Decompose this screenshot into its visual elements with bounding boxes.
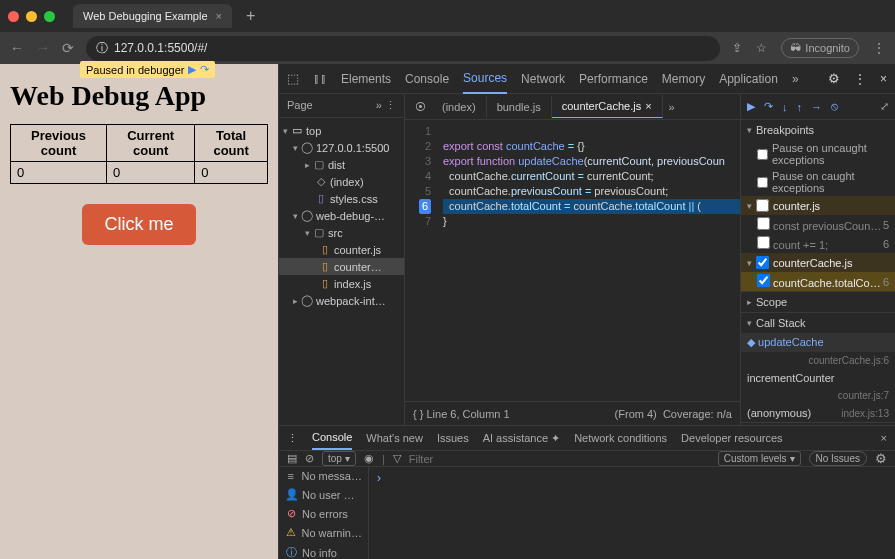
tab-memory[interactable]: Memory <box>662 65 705 93</box>
reload-button[interactable]: ⟳ <box>62 40 74 56</box>
tree-indexjs[interactable]: ▯index.js <box>279 275 404 292</box>
collapse-icon[interactable]: ⤢ <box>880 100 889 113</box>
file-tab-countercache[interactable]: counterCache.js× <box>552 95 663 118</box>
bp-item[interactable]: count += 1;6 <box>741 234 895 253</box>
bookmark-icon[interactable]: ☆ <box>756 41 767 55</box>
console-input-area[interactable]: › <box>369 467 895 559</box>
tree-index-html[interactable]: ◇(index) <box>279 173 404 190</box>
scope-section[interactable]: ▸Scope <box>741 292 895 312</box>
resume-icon[interactable]: ▶ <box>188 63 196 76</box>
sidebar-errors[interactable]: ⊘No errors <box>279 504 368 523</box>
tree-webdebug[interactable]: ▾◯web-debug-… <box>279 207 404 224</box>
forward-button[interactable]: → <box>36 40 50 56</box>
console-settings-icon[interactable]: ⚙ <box>875 451 887 466</box>
close-devtools-icon[interactable]: × <box>880 72 887 86</box>
drawer-tab-console[interactable]: Console <box>312 426 352 450</box>
tab-network[interactable]: Network <box>521 65 565 93</box>
nav-overflow-icon[interactable]: » ⋮ <box>376 99 396 112</box>
device-icon[interactable]: ⫿⫿ <box>313 71 327 86</box>
drawer-tab-devres[interactable]: Developer resources <box>681 427 783 449</box>
step-icon[interactable]: ↷ <box>200 63 209 76</box>
file-tabs-overflow-icon[interactable]: » <box>663 101 681 113</box>
bp-item[interactable]: countCache.totalCo…6 <box>741 272 895 291</box>
tree-countercache[interactable]: ▯counter… <box>279 258 404 275</box>
clear-console-icon[interactable]: ⊘ <box>305 452 314 465</box>
step-out-button[interactable]: ↑ <box>797 101 803 113</box>
resume-button[interactable]: ▶ <box>747 100 755 113</box>
step-over-button[interactable]: ↷ <box>764 100 773 113</box>
pause-uncaught-checkbox[interactable]: Pause on uncaught exceptions <box>741 140 895 168</box>
tree-top[interactable]: ▾▭top <box>279 122 404 139</box>
tree-webpack[interactable]: ▸◯webpack-int… <box>279 292 404 309</box>
step-into-button[interactable]: ↓ <box>782 101 788 113</box>
sidebar-info[interactable]: ⓘNo info <box>279 542 368 559</box>
tab-sources[interactable]: Sources <box>463 64 507 94</box>
browser-tab-strip: Web Debugging Example × + <box>0 0 895 32</box>
maximize-window[interactable] <box>44 11 55 22</box>
tab-elements[interactable]: Elements <box>341 65 391 93</box>
drawer-menu-icon[interactable]: ⋮ <box>287 432 298 445</box>
context-selector[interactable]: top ▾ <box>322 451 356 466</box>
bp-file-counter[interactable]: ▾counter.js <box>741 196 895 215</box>
share-icon[interactable]: ⇪ <box>732 41 742 55</box>
click-me-button[interactable]: Click me <box>82 204 195 245</box>
sidebar-warnings[interactable]: ⚠No warnin… <box>279 523 368 542</box>
sidebar-messages[interactable]: ≡No messa… <box>279 467 368 485</box>
back-button[interactable]: ← <box>10 40 24 56</box>
callstack-frame[interactable]: ◆ updateCache <box>741 333 895 352</box>
tree-host[interactable]: ▾◯127.0.0.1:5500 <box>279 139 404 156</box>
code-area[interactable]: 1 2 3 4 5 6 7 export const countCache = … <box>405 120 740 401</box>
sidebar-user[interactable]: 👤No user … <box>279 485 368 504</box>
issues-badge[interactable]: No Issues <box>809 451 867 466</box>
line-gutter[interactable]: 1 2 3 4 5 6 7 <box>405 120 437 401</box>
browser-tab[interactable]: Web Debugging Example × <box>73 4 232 28</box>
minimize-window[interactable] <box>26 11 37 22</box>
tree-src[interactable]: ▾▢src <box>279 224 404 241</box>
new-tab-button[interactable]: + <box>246 7 255 25</box>
site-info-icon[interactable]: ⓘ <box>96 40 108 57</box>
code-text[interactable]: export const countCache = {}export funct… <box>437 120 740 401</box>
settings-icon[interactable]: ⚙ <box>828 71 840 86</box>
close-window[interactable] <box>8 11 19 22</box>
nav-tab-page[interactable]: Page <box>287 99 313 112</box>
callstack-frame[interactable]: incrementCounter <box>741 369 895 387</box>
step-button[interactable]: → <box>811 101 822 113</box>
deactivate-bp-button[interactable]: ⦸ <box>831 100 838 113</box>
tree-styles[interactable]: ▯styles.css <box>279 190 404 207</box>
console-sidebar-toggle[interactable]: ▤ <box>287 452 297 465</box>
bp-file-countercache[interactable]: ▾counterCache.js <box>741 253 895 272</box>
debugger-sidebar: ▶ ↷ ↓ ↑ → ⦸ ⤢ ▾Breakpoints Pause on unca… <box>740 94 895 425</box>
file-tab-index[interactable]: (index) <box>432 96 487 118</box>
inspect-icon[interactable]: ⬚ <box>287 71 299 86</box>
callstack-section[interactable]: ▾Call Stack <box>741 313 895 333</box>
tree-counter[interactable]: ▯counter.js <box>279 241 404 258</box>
drawer-tab-whatsnew[interactable]: What's new <box>366 427 423 449</box>
paused-overlay[interactable]: Paused in debugger ▶ ↷ <box>80 61 215 78</box>
tree-dist[interactable]: ▸▢dist <box>279 156 404 173</box>
console-filter-input[interactable] <box>409 453 710 465</box>
drawer-tab-issues[interactable]: Issues <box>437 427 469 449</box>
tab-performance[interactable]: Performance <box>579 65 648 93</box>
tab-application[interactable]: Application <box>719 65 778 93</box>
breakpoints-section[interactable]: ▾Breakpoints <box>741 120 895 140</box>
file-tab-bundle[interactable]: bundle.js <box>487 96 552 118</box>
th-prev: Previous count <box>11 125 107 162</box>
bp-item[interactable]: const previousCoun…5 <box>741 215 895 234</box>
menu-icon[interactable]: ⋮ <box>873 41 885 55</box>
close-file-icon[interactable]: × <box>645 100 651 112</box>
live-expression-icon[interactable]: ◉ <box>364 452 374 465</box>
drawer-close-icon[interactable]: × <box>881 432 887 444</box>
url-input[interactable]: ⓘ 127.0.0.1:5500/#/ <box>86 36 720 61</box>
log-levels-selector[interactable]: Custom levels ▾ <box>718 451 801 466</box>
tab-console[interactable]: Console <box>405 65 449 93</box>
callstack-frame[interactable]: (anonymous)index.js:13 <box>741 404 895 422</box>
more-icon[interactable]: ⋮ <box>854 72 866 86</box>
close-tab-icon[interactable]: × <box>216 10 222 22</box>
breakpoint-marker[interactable]: 6 <box>419 199 431 214</box>
tabs-overflow-icon[interactable]: » <box>792 65 799 93</box>
file-tabs-nav-icon[interactable]: ⦿ <box>409 101 432 113</box>
pause-caught-checkbox[interactable]: Pause on caught exceptions <box>741 168 895 196</box>
drawer-tab-network[interactable]: Network conditions <box>574 427 667 449</box>
drawer-tab-ai[interactable]: AI assistance ✦ <box>483 427 560 450</box>
incognito-badge[interactable]: 🕶 Incognito <box>781 38 859 58</box>
